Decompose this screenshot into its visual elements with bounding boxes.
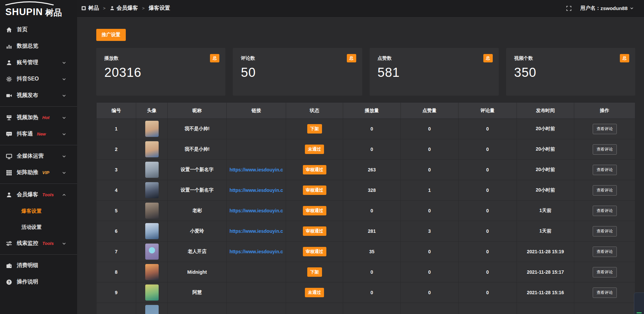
sidebar-subitem-activity-settings[interactable]: 活动设置 bbox=[0, 219, 77, 235]
cell-comments: 0 bbox=[459, 180, 517, 201]
sidebar-item-data-overview[interactable]: 数据总览 bbox=[0, 38, 77, 54]
cell-avatar bbox=[136, 160, 168, 180]
total-badge: 总 bbox=[210, 54, 219, 62]
cell-status bbox=[286, 303, 343, 314]
videos-table: 编号头像昵称链接状态播放量点赞量评论量发布时间操作 1我不是小帅!下架00020… bbox=[96, 102, 635, 314]
sidebar-item-all-media-operation[interactable]: 全媒体运营 bbox=[0, 148, 77, 164]
promotion-settings-button[interactable]: 推广设置 bbox=[96, 29, 126, 41]
cell-publish-time: 2021-11-28 15:19 bbox=[517, 242, 574, 262]
cell-likes: 1 bbox=[401, 180, 459, 201]
cell-id bbox=[97, 303, 136, 314]
cell-nickname: 老彬 bbox=[168, 201, 227, 221]
wallet-icon bbox=[6, 263, 12, 269]
video-icon bbox=[6, 93, 12, 99]
video-link[interactable]: https://www.iesdouyin.c bbox=[228, 208, 284, 213]
sidebar-divider bbox=[0, 184, 77, 184]
cell-avatar bbox=[136, 119, 168, 139]
cell-avatar bbox=[136, 221, 168, 242]
cell-publish-time: 20小时前 bbox=[517, 160, 574, 180]
sidebar-item-tag: Tools bbox=[42, 241, 54, 246]
cell-comments: 0 bbox=[459, 262, 517, 282]
cell-nickname: 小爱玲 bbox=[168, 221, 227, 242]
view-comments-button[interactable]: 查看评论 bbox=[593, 185, 617, 196]
videos-table-wrap: 编号头像昵称链接状态播放量点赞量评论量发布时间操作 1我不是小帅!下架00020… bbox=[96, 102, 635, 314]
cell-publish-time: 20小时前 bbox=[517, 180, 574, 201]
sidebar-item-video-heat[interactable]: 视频加热Hot bbox=[0, 109, 77, 126]
sidebar-item-consumption-detail[interactable]: 消费明细 bbox=[0, 257, 77, 274]
sidebar-item-video-publish[interactable]: 视频发布 bbox=[0, 87, 77, 104]
view-comments-button[interactable]: 查看评论 bbox=[593, 287, 617, 298]
avatar bbox=[145, 203, 159, 219]
cell-link: https://www.iesdouyin.c bbox=[227, 221, 286, 242]
grid-icon bbox=[6, 170, 12, 176]
video-link[interactable]: https://www.iesdouyin.c bbox=[228, 188, 284, 193]
cell-status: 审核通过 bbox=[286, 221, 343, 242]
cell-publish-time bbox=[517, 303, 574, 314]
cell-link: https://www.iesdouyin.c bbox=[227, 201, 286, 221]
sidebar-item-label: 会员爆客 bbox=[17, 191, 38, 198]
total-badge: 总 bbox=[620, 54, 629, 62]
stat-value: 350 bbox=[514, 65, 627, 80]
sidebar-item-operation-guide[interactable]: ?操作说明 bbox=[0, 274, 77, 290]
cell-status: 下架 bbox=[286, 119, 343, 139]
view-comments-button[interactable]: 查看评论 bbox=[593, 124, 617, 134]
brand-name-cn: 树品 bbox=[45, 8, 62, 17]
sidebar-item-tag: Hot bbox=[42, 115, 50, 120]
cell-id: 7 bbox=[97, 242, 136, 262]
sidebar-subitem-baoke-settings[interactable]: 爆客设置 bbox=[0, 203, 77, 219]
fullscreen-icon[interactable] bbox=[566, 6, 572, 11]
sidebar-item-account-management[interactable]: 账号管理 bbox=[0, 54, 77, 71]
video-link[interactable]: https://www.iesdouyin.c bbox=[228, 249, 284, 254]
floating-helper-widget[interactable] bbox=[634, 293, 644, 314]
video-link[interactable]: https://www.iesdouyin.c bbox=[228, 167, 284, 172]
sidebar-item-label: 账号管理 bbox=[17, 59, 38, 66]
sidebar-item-douketong[interactable]: 抖客通New bbox=[0, 126, 77, 142]
breadcrumb-item-member-baoke[interactable]: 会员爆客 bbox=[110, 5, 138, 12]
cell-plays: 263 bbox=[343, 160, 401, 180]
cell-publish-time: 1天前 bbox=[517, 221, 574, 242]
cell-id: 5 bbox=[97, 201, 136, 221]
status-badge: 审核通过 bbox=[303, 165, 326, 174]
video-link[interactable]: https://www.iesdouyin.c bbox=[228, 228, 284, 234]
breadcrumb-item-baoke-settings[interactable]: 爆客设置 bbox=[149, 5, 170, 12]
person-icon bbox=[6, 192, 12, 198]
cell-action bbox=[574, 303, 635, 314]
cell-action: 查看评论 bbox=[574, 221, 635, 242]
cell-id: 1 bbox=[97, 119, 136, 139]
table-row: 1我不是小帅!下架00020小时前查看评论 bbox=[97, 119, 635, 139]
view-comments-button[interactable]: 查看评论 bbox=[593, 165, 617, 175]
sidebar-item-matrix-boost[interactable]: 矩阵助推VIP bbox=[0, 164, 77, 181]
sidebar-item-clue-monitor[interactable]: 线索监控Tools bbox=[0, 235, 77, 252]
table-row: 5老彬https://www.iesdouyin.c审核通过0001天前查看评论 bbox=[97, 201, 635, 221]
breadcrumb-item-shupin[interactable]: 树品 bbox=[81, 5, 99, 12]
view-comments-button[interactable]: 查看评论 bbox=[593, 144, 617, 155]
view-comments-button[interactable]: 查看评论 bbox=[593, 247, 617, 257]
cell-id: 2 bbox=[97, 139, 136, 160]
cell-status: 未通过 bbox=[286, 139, 343, 160]
svg-text:?: ? bbox=[8, 280, 10, 284]
sidebar-item-home[interactable]: 首页 bbox=[0, 21, 77, 38]
cell-id: 9 bbox=[97, 282, 136, 303]
sidebar-item-member-baoke[interactable]: 会员爆客Tools bbox=[0, 187, 77, 203]
chevron-down-icon bbox=[62, 93, 66, 98]
column-header: 操作 bbox=[574, 103, 635, 119]
user-dropdown[interactable]: 用户名： zswodun88 bbox=[580, 5, 634, 11]
cell-likes: 0 bbox=[401, 119, 459, 139]
cell-nickname: 我不是小帅! bbox=[168, 119, 227, 139]
cell-comments: 0 bbox=[459, 282, 517, 303]
cell-action: 查看评论 bbox=[574, 160, 635, 180]
gear-icon bbox=[6, 76, 12, 82]
cell-action: 查看评论 bbox=[574, 180, 635, 201]
table-header-row: 编号头像昵称链接状态播放量点赞量评论量发布时间操作 bbox=[97, 103, 635, 119]
table-row: 4设置一个新名字https://www.iesdouyin.c审核通过32810… bbox=[97, 180, 635, 201]
sidebar-item-label: 抖音SEO bbox=[17, 75, 39, 83]
sidebar-item-tag: VIP bbox=[42, 170, 49, 175]
view-comments-button[interactable]: 查看评论 bbox=[593, 206, 617, 216]
sidebar-item-douyin-seo[interactable]: 抖音SEO bbox=[0, 71, 77, 87]
view-comments-button[interactable]: 查看评论 bbox=[593, 267, 617, 277]
cell-action: 查看评论 bbox=[574, 119, 635, 139]
column-header: 点赞量 bbox=[401, 103, 459, 119]
cell-link bbox=[227, 262, 286, 282]
status-badge: 下架 bbox=[307, 124, 322, 134]
view-comments-button[interactable]: 查看评论 bbox=[593, 226, 617, 237]
